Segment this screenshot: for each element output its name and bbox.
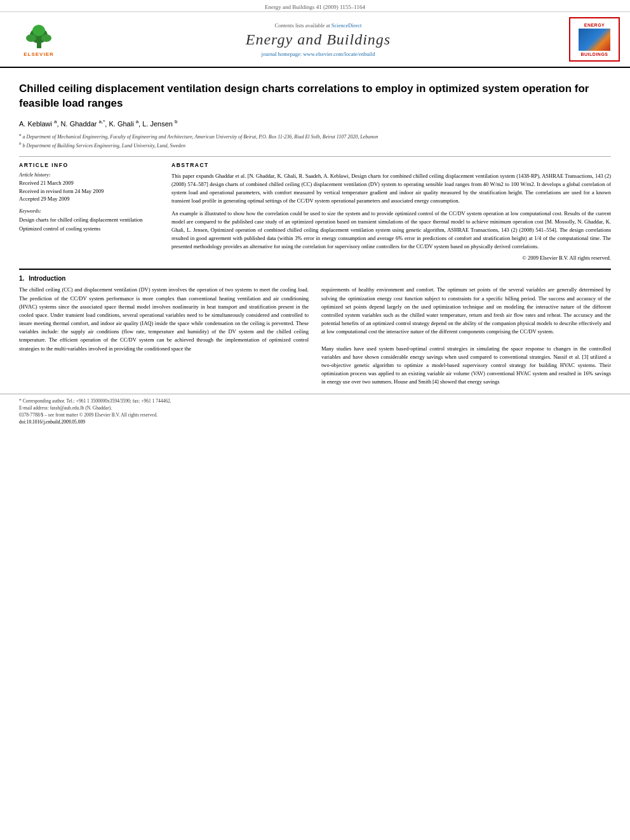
accepted-date: Accepted 29 May 2009: [19, 195, 159, 203]
copyright-line: © 2009 Elsevier B.V. All rights reserved…: [171, 255, 611, 261]
history-label: Article history:: [19, 172, 159, 178]
keyword-1: Design charts for chilled ceiling displa…: [19, 216, 159, 225]
main-content: Chilled ceiling displacement ventilation…: [0, 68, 630, 394]
abstract-heading: ABSTRACT: [171, 162, 611, 168]
elsevier-logo: ELSEVIER: [10, 20, 67, 58]
email-note: E-mail address: farah@aub.edu.lb (N. Gha…: [19, 405, 611, 411]
sciencedirect-line: Contents lists available at ScienceDirec…: [67, 22, 569, 29]
abstract-para-1: This paper expands Ghaddar et al. [N. Gh…: [171, 172, 611, 206]
doi-note: doi:10.1016/j.enbuild.2009.05.009: [19, 419, 611, 425]
section-1-body: The chilled ceiling (CC) and displacemen…: [19, 286, 611, 386]
keywords-label: Keywords:: [19, 208, 159, 214]
journal-homepage: journal homepage: www.elsevier.com/locat…: [67, 51, 569, 57]
journal-title-area: Contents lists available at ScienceDirec…: [67, 22, 569, 57]
paper-title: Chilled ceiling displacement ventilation…: [19, 82, 611, 111]
footer: * Corresponding author. Tel.: +961 1 350…: [0, 394, 630, 429]
svg-point-2: [26, 34, 36, 42]
author-list: A. Keblawi a, N. Ghaddar a,*, K. Ghali a…: [19, 120, 177, 128]
authors-line: A. Keblawi a, N. Ghaddar a,*, K. Ghali a…: [19, 119, 611, 128]
section-1-col1-text: The chilled ceiling (CC) and displacemen…: [19, 286, 309, 352]
energy-logo-bottom: BUILDINGS: [581, 52, 608, 57]
sciencedirect-link[interactable]: ScienceDirect: [332, 22, 362, 29]
journal-homepage-link[interactable]: journal homepage: www.elsevier.com/locat…: [262, 51, 375, 57]
svg-point-4: [32, 25, 45, 36]
revised-date: Received in revised form 24 May 2009: [19, 187, 159, 196]
article-info-column: ARTICLE INFO Article history: Received 2…: [19, 162, 159, 262]
abstract-para-2: An example is illustrated to show how th…: [171, 210, 611, 251]
affiliation-b: b b Department of Building Services Engi…: [19, 140, 611, 150]
info-abstract-section: ARTICLE INFO Article history: Received 2…: [19, 162, 611, 262]
section-1-number: 1.: [19, 275, 24, 282]
journal-header: ELSEVIER Contents lists available at Sci…: [0, 12, 630, 68]
section-1-col1: The chilled ceiling (CC) and displacemen…: [19, 286, 309, 386]
section-1-col2-para2: Many studies have used system based-opti…: [321, 345, 611, 387]
section-1-title: 1. Introduction: [19, 275, 611, 282]
divider-2: [19, 269, 611, 270]
energy-logo-top: ENERGY: [584, 23, 605, 27]
journal-name: Energy and Buildings: [67, 31, 569, 48]
energy-logo-graphic: [579, 29, 610, 51]
received-date: Received 21 March 2009: [19, 179, 159, 187]
affiliations: a a Department of Mechanical Engineering…: [19, 131, 611, 150]
journal-citation: Energy and Buildings 41 (2009) 1155–1164: [265, 4, 365, 10]
section-1-col2-text: requirements of healthy environment and …: [321, 286, 611, 336]
keyword-2: Optimized control of cooling systems: [19, 225, 159, 234]
section-1-col2: requirements of healthy environment and …: [321, 286, 611, 386]
abstract-body: This paper expands Ghaddar et al. [N. Gh…: [171, 172, 611, 251]
svg-point-3: [41, 34, 51, 42]
energy-buildings-logo: ENERGY BUILDINGS: [569, 17, 620, 62]
elsevier-tree-icon: [22, 22, 57, 50]
issn-note: 0378-7788/$ – see front matter © 2009 El…: [19, 412, 611, 418]
section-1-name: Introduction: [29, 275, 65, 282]
elsevier-wordmark: ELSEVIER: [23, 51, 54, 57]
corresponding-note: * Corresponding author. Tel.: +961 1 350…: [19, 398, 611, 404]
top-bar: Energy and Buildings 41 (2009) 1155–1164: [0, 0, 630, 12]
article-info-heading: ARTICLE INFO: [19, 162, 159, 168]
affiliation-a: a a Department of Mechanical Engineering…: [19, 131, 611, 141]
divider-1: [19, 156, 611, 157]
abstract-column: ABSTRACT This paper expands Ghaddar et a…: [171, 162, 611, 262]
